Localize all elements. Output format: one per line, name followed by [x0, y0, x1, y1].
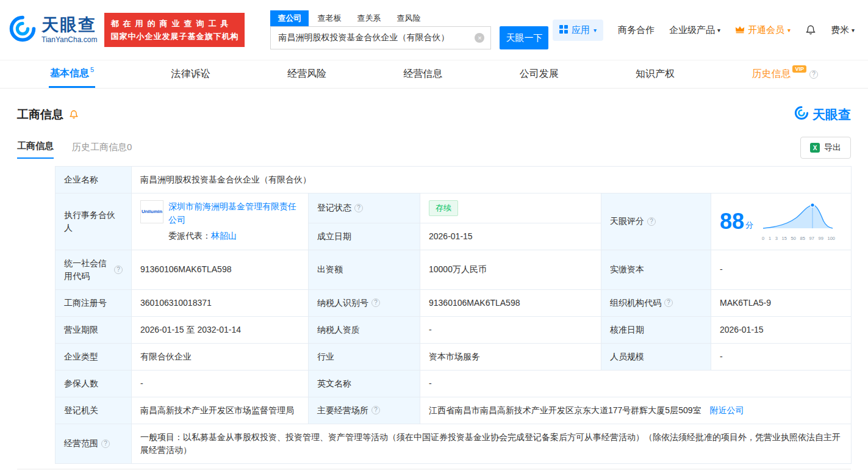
- company-type-value: 有限合伙企业: [132, 343, 309, 370]
- nearby-companies-link[interactable]: 附近公司: [709, 405, 744, 415]
- slogan-banner: 都在用的商业查询工具 国家中小企业发展子基金旗下机构: [104, 13, 245, 48]
- top-header: 天眼查 TianYanCha.com 都在用的商业查询工具 国家中小企业发展子基…: [0, 0, 868, 60]
- field-label: 经营范围 ?: [56, 424, 132, 463]
- table-row: 统一社会信用代码 ? 91360106MAK6TLA598 出资额 10000万…: [56, 250, 852, 289]
- subtab-history-business-info[interactable]: 历史工商信息0: [72, 142, 132, 159]
- grid-icon: [559, 25, 568, 35]
- partner-company-link[interactable]: 深圳市前海洲明基金管理有限责任公司: [168, 201, 296, 225]
- approval-date-value: 2026-01-15: [711, 316, 852, 343]
- tab-count-badge: 5: [90, 66, 94, 73]
- section-title: 工商信息: [17, 107, 63, 123]
- crown-icon: [735, 25, 745, 35]
- industry-value: 资本市场服务: [420, 343, 601, 370]
- tab-label: 经营风险: [287, 68, 326, 81]
- field-label: 核准日期: [601, 316, 711, 343]
- export-label: 导出: [824, 142, 841, 153]
- field-label: 营业期限: [56, 316, 132, 343]
- tab-company-development[interactable]: 公司发展: [518, 60, 560, 88]
- business-address-value: 江西省南昌市南昌高新技术产业开发区京东大道177号群辉大厦5层509室: [429, 405, 701, 415]
- brand-name: 天眼查: [41, 16, 97, 35]
- search-zone: 查公司 查老板 查关系 查风险 × 天眼一下: [270, 10, 548, 49]
- field-label: 人员规模: [601, 343, 711, 370]
- help-icon[interactable]: ?: [101, 439, 110, 448]
- score-value: 88: [720, 212, 744, 231]
- score-curve-chart: 0131550859799100: [762, 201, 835, 242]
- username: 费米: [831, 24, 849, 36]
- insured-count-value: -: [132, 370, 309, 397]
- field-label: 统一社会信用代码 ?: [56, 250, 132, 289]
- search-tab-boss[interactable]: 查老板: [310, 10, 348, 26]
- field-label: 执行事务合伙人: [56, 193, 132, 250]
- table-row: 经营范围 ? 一般项目：以私募基金从事股权投资、投资管理、资产管理等活动（须在中…: [56, 424, 852, 463]
- field-label: 英文名称: [309, 370, 420, 397]
- help-icon[interactable]: ?: [354, 204, 363, 212]
- tab-label: 法律诉讼: [171, 68, 210, 81]
- chevron-down-icon: ▾: [852, 27, 855, 34]
- tab-legal-proceedings[interactable]: 法律诉讼: [170, 60, 212, 88]
- help-icon[interactable]: ?: [371, 406, 380, 414]
- score-unit: 分: [745, 219, 753, 231]
- delegate-link[interactable]: 林韶山: [211, 231, 237, 240]
- company-name-value: 南昌洲明股权投资基金合伙企业（有限合伙）: [132, 167, 852, 193]
- user-menu[interactable]: 费米 ▾: [831, 24, 855, 36]
- open-vip-label: 开通会员: [748, 24, 784, 36]
- excel-icon: X: [810, 143, 820, 153]
- watermark-brand: 天眼查: [794, 106, 851, 123]
- subtab-label: 历史工商信息: [72, 142, 127, 152]
- search-button[interactable]: 天眼一下: [500, 26, 548, 49]
- business-cooperation-link[interactable]: 商务合作: [618, 24, 655, 36]
- help-icon[interactable]: ?: [371, 298, 380, 307]
- enterprise-products-menu[interactable]: 企业级产品 ▾: [669, 24, 720, 36]
- tab-intellectual-property[interactable]: 知识产权: [634, 60, 676, 88]
- field-label: 行业: [309, 343, 420, 370]
- tab-operating-info[interactable]: 经营信息: [402, 60, 443, 88]
- help-icon[interactable]: ?: [809, 70, 818, 79]
- header-right-menu: 应用 ▾ 商务合作 企业级产品 ▾ 开通会员 ▾ 费米: [553, 20, 855, 41]
- tab-label: 知识产权: [636, 68, 675, 81]
- vip-badge: VIP: [792, 65, 806, 73]
- tab-label: 基本信息: [50, 67, 89, 80]
- subscribe-bell-icon[interactable]: [69, 109, 79, 120]
- help-icon[interactable]: ?: [664, 298, 673, 307]
- org-code-value: MAK6TLA5-9: [711, 289, 852, 316]
- search-tab-risk[interactable]: 查风险: [389, 10, 428, 26]
- chevron-down-icon: ▾: [787, 27, 791, 34]
- search-input[interactable]: [277, 32, 475, 43]
- credit-code-value: 91360106MAK6TLA598: [132, 250, 309, 289]
- field-label: 实缴资本: [601, 250, 711, 289]
- establish-date-value: 2026-01-15: [420, 223, 601, 250]
- tab-label: 经营信息: [403, 68, 442, 81]
- search-tab-company[interactable]: 查公司: [270, 10, 309, 26]
- clear-search-icon[interactable]: ×: [475, 33, 484, 43]
- field-label: 组织机构代码 ?: [601, 289, 711, 316]
- tianyancha-logo[interactable]: 天眼查 TianYanCha.com: [9, 15, 97, 45]
- help-icon[interactable]: ?: [114, 266, 123, 274]
- executive-partner-cell: Unilumin 深圳市前海洲明基金管理有限责任公司 委派代表：林韶山: [132, 193, 309, 250]
- tianyancha-swirl-icon: [9, 15, 37, 45]
- field-label: 纳税人资质: [309, 316, 420, 343]
- subtab-count: 0: [127, 142, 132, 152]
- english-name-value: -: [420, 370, 852, 397]
- export-button[interactable]: X 导出: [800, 137, 851, 159]
- slogan-line2: 国家中小企业发展子基金旗下机构: [110, 30, 239, 43]
- open-vip-button[interactable]: 开通会员 ▾: [735, 24, 791, 36]
- paid-capital-value: -: [711, 250, 852, 289]
- subtab-business-info[interactable]: 工商信息: [17, 140, 54, 159]
- reg-number-value: 360106310018371: [132, 289, 309, 316]
- partner-logo: Unilumin: [140, 200, 163, 223]
- delegate-label: 委派代表：: [168, 231, 211, 240]
- taxpayer-quality-value: -: [420, 316, 601, 343]
- tab-operating-risk[interactable]: 经营风险: [286, 60, 328, 88]
- apps-label: 应用: [572, 24, 590, 36]
- table-row: 营业期限 2026-01-15 至 2032-01-14 纳税人资质 - 核准日…: [56, 316, 852, 343]
- section-header: 工商信息 天眼查: [17, 106, 851, 123]
- tab-history-info[interactable]: 历史信息 VIP ?: [750, 60, 819, 88]
- chevron-down-icon: ▾: [594, 27, 597, 34]
- field-label: 企业类型: [56, 343, 132, 370]
- search-tab-relation[interactable]: 查关系: [350, 10, 388, 26]
- tab-basic-info[interactable]: 基本信息 5: [49, 60, 95, 88]
- help-icon[interactable]: ?: [647, 217, 656, 226]
- table-row: 参保人数 - 英文名称 -: [56, 370, 852, 397]
- apps-menu[interactable]: 应用 ▾: [553, 20, 603, 41]
- notifications-bell-icon[interactable]: [805, 24, 816, 36]
